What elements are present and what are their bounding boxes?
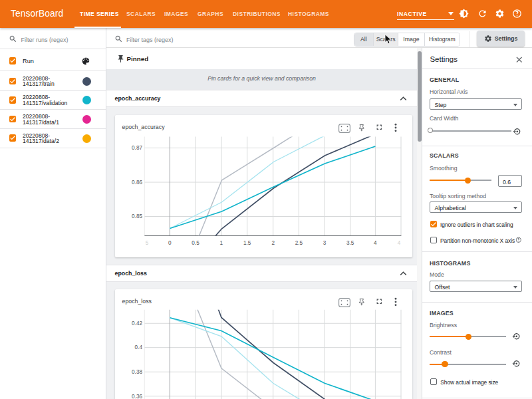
svg-text:4: 4	[374, 240, 377, 246]
svg-text:0.5: 0.5	[192, 240, 200, 246]
svg-text:0.38: 0.38	[132, 369, 142, 375]
svg-text:2: 2	[271, 240, 275, 246]
svg-text:0.85: 0.85	[132, 213, 142, 219]
svg-text:1: 1	[219, 240, 223, 246]
svg-text:0.87: 0.87	[132, 145, 142, 151]
svg-text:0.4: 0.4	[134, 344, 142, 350]
svg-text:5: 5	[145, 240, 148, 246]
svg-text:2.5: 2.5	[295, 240, 303, 246]
svg-text:3.5: 3.5	[346, 240, 354, 246]
svg-text:4: 4	[397, 240, 400, 246]
svg-text:3: 3	[323, 240, 326, 246]
svg-text:0.36: 0.36	[132, 393, 142, 399]
svg-text:0: 0	[168, 240, 172, 246]
svg-text:0.86: 0.86	[132, 179, 142, 185]
svg-text:0.42: 0.42	[132, 321, 142, 327]
svg-text:1.5: 1.5	[243, 240, 251, 246]
